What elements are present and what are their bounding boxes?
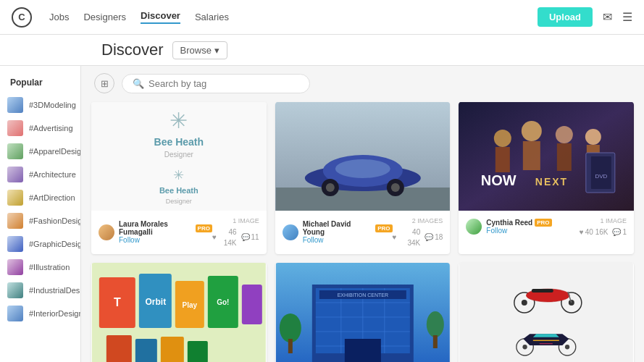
- card-3: NOW NEXT DVD Cynthia Reed: [459, 102, 634, 254]
- snowflake-icon-2: ✳: [173, 167, 184, 183]
- stats-3: ♥ 40 16K 💬 1: [580, 227, 627, 237]
- avatar-1: [99, 224, 114, 240]
- sidebar-label: #Advertising: [29, 124, 73, 132]
- sidebar-item-interiordesign[interactable]: #InteriorDesign: [0, 302, 80, 325]
- bee-name-2: Bee Heath: [159, 186, 198, 195]
- svg-text:T: T: [114, 296, 121, 308]
- svg-point-12: [522, 121, 542, 141]
- svg-point-6: [325, 183, 334, 192]
- svg-text:NEXT: NEXT: [535, 176, 568, 188]
- card-footer-2: Michael David Young PRO Follow 2 IMAGES …: [275, 211, 451, 254]
- nav-jobs[interactable]: Jobs: [49, 12, 69, 22]
- sidebar-item-3dmodeling[interactable]: #3DModeling: [0, 93, 80, 117]
- filter-icon: ⊞: [101, 78, 109, 89]
- svg-point-14: [556, 126, 573, 143]
- likes-3: ♥ 40 16K: [580, 227, 609, 237]
- user-info-1: Laura Morales Fumagalli PRO Follow: [119, 220, 212, 244]
- card-footer-1: Laura Morales Fumagalli PRO Follow 1 IMA…: [91, 211, 267, 254]
- sidebar-section-title: Popular: [0, 73, 80, 93]
- svg-point-8: [390, 183, 399, 192]
- card-user-3: Cynthia Reed PRO Follow: [466, 219, 551, 235]
- user-info-3: Cynthia Reed PRO Follow: [486, 219, 551, 235]
- pro-badge-1: PRO: [196, 224, 212, 232]
- svg-point-10: [494, 130, 511, 147]
- svg-point-38: [279, 313, 301, 342]
- menu-icon[interactable]: ☰: [622, 10, 632, 24]
- sidebar-label: #ArtDirection: [29, 193, 75, 202]
- svg-point-63: [523, 345, 527, 349]
- sidebar-label: #GraphicDesign: [29, 240, 81, 248]
- filter-button[interactable]: ⊞: [94, 73, 114, 93]
- sidebar-label: #FashionDesign: [29, 216, 81, 225]
- card-footer-3: Cynthia Reed PRO Follow 1 IMAGE ♥ 40 16K…: [459, 211, 634, 243]
- card-meta-1: 1 IMAGE ♥ 46 14K 💬 11: [212, 216, 259, 248]
- svg-rect-11: [495, 147, 510, 172]
- sidebar-item-advertising[interactable]: #Advertising: [0, 117, 80, 140]
- svg-rect-41: [432, 335, 437, 348]
- user-name-2: Michael David Young PRO: [303, 220, 393, 236]
- search-input[interactable]: [149, 78, 299, 89]
- sidebar-thumb: [7, 259, 23, 275]
- pro-badge-3: PRO: [535, 219, 551, 227]
- sidebar-thumb: [7, 282, 23, 298]
- svg-rect-32: [242, 285, 262, 324]
- sidebar-thumb: [7, 120, 23, 136]
- follow-button-3[interactable]: Follow: [486, 227, 551, 235]
- sidebar-label: #InteriorDesign: [29, 309, 81, 318]
- sidebar-item-artdirection[interactable]: #ArtDirection: [0, 186, 80, 209]
- logo[interactable]: C: [12, 7, 32, 28]
- card-image-moto: [459, 263, 634, 363]
- svg-rect-34: [135, 339, 157, 363]
- svg-point-40: [426, 311, 443, 337]
- card-meta-2: 2 IMAGES ♥ 40 34K 💬 18: [393, 216, 443, 248]
- svg-text:NOW: NOW: [481, 172, 517, 188]
- subheader: Discover Browse ▾: [0, 35, 644, 66]
- svg-point-56: [522, 300, 527, 306]
- card-user-2: Michael David Young PRO Follow: [283, 220, 393, 244]
- card-image-building: EXHIBITION CENTER: [275, 263, 451, 363]
- sidebar-thumb: [7, 97, 23, 113]
- card-image-movie: NOW NEXT DVD: [459, 102, 634, 211]
- svg-text:DVD: DVD: [595, 173, 608, 180]
- sidebar-thumb: [7, 306, 23, 321]
- sidebar-label: #3DModeling: [29, 101, 76, 109]
- svg-rect-54: [459, 263, 633, 363]
- card-image-profile: ✳ Bee Heath Designer ✳ Bee Heath Designe…: [91, 102, 267, 211]
- upload-button[interactable]: Upload: [538, 7, 593, 27]
- sidebar-item-graphicdesign[interactable]: #GraphicDesign: [0, 232, 80, 256]
- sidebar-item-illustration[interactable]: #Illustration: [0, 256, 80, 279]
- follow-button-2[interactable]: Follow: [303, 236, 393, 244]
- nav-salaries[interactable]: Salaries: [195, 12, 229, 22]
- main: Popular #3DModeling #Advertising #Appare…: [0, 66, 644, 362]
- images-count-3: 1 IMAGE: [580, 216, 627, 227]
- nav-designers[interactable]: Designers: [83, 12, 126, 22]
- nav-discover[interactable]: Discover: [141, 10, 180, 24]
- comments-3: 💬 1: [612, 227, 627, 237]
- sidebar-thumb: [7, 236, 23, 252]
- stats-2: ♥ 40 34K 💬 18: [393, 227, 443, 248]
- sidebar-item-industrialdesign[interactable]: #IndustrialDesign: [0, 279, 80, 302]
- card-grid: ✳ Bee Heath Designer ✳ Bee Heath Designe…: [91, 102, 634, 362]
- snowflake-icon: ✳: [170, 108, 188, 133]
- comments-2: 💬 18: [425, 232, 443, 243]
- search-box: 🔍: [122, 74, 310, 93]
- page-title: Discover: [101, 41, 164, 59]
- card-image-car: [275, 102, 451, 211]
- mail-icon[interactable]: ✉: [603, 10, 612, 24]
- svg-text:Orbit: Orbit: [145, 297, 166, 307]
- card-2: Michael David Young PRO Follow 2 IMAGES …: [275, 102, 451, 254]
- follow-button-1[interactable]: Follow: [119, 236, 212, 244]
- svg-rect-60: [532, 289, 553, 292]
- sidebar-item-appareldesign[interactable]: #ApparelDesign: [0, 140, 80, 163]
- svg-rect-35: [161, 337, 184, 363]
- bee-sub-2: Designer: [166, 198, 192, 205]
- sidebar-item-architecture[interactable]: #Architecture: [0, 163, 80, 186]
- svg-point-16: [585, 129, 601, 145]
- card-4: T Orbit Play Go!: [91, 263, 267, 363]
- navbar: C Jobs Designers Discover Salaries Uploa…: [0, 0, 644, 35]
- browse-button[interactable]: Browse ▾: [172, 41, 227, 59]
- avatar-2: [283, 224, 298, 240]
- sidebar-item-fashiondesign[interactable]: #FashionDesign: [0, 209, 80, 232]
- nav-right: Upload ✉ ☰: [538, 7, 632, 27]
- sidebar-thumb: [7, 143, 23, 159]
